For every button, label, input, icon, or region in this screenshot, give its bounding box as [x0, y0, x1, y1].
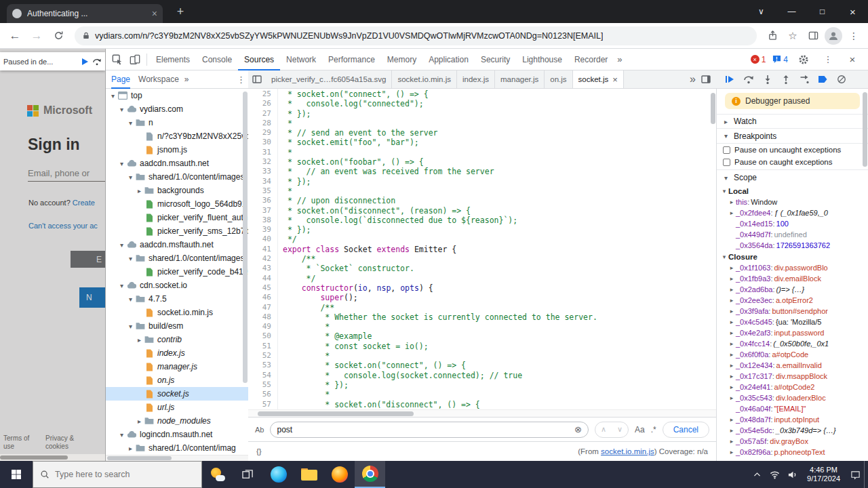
devtools-tab-elements[interactable]: Elements [150, 49, 196, 70]
step-out-button[interactable] [781, 75, 791, 84]
scope-variable[interactable]: ▸_0x4c5d45: {ua: 'Mozilla/5 [717, 317, 868, 327]
taskbar-search-input[interactable] [55, 470, 177, 479]
pause-on-exceptions-button[interactable] [837, 75, 846, 84]
tree-item[interactable]: ▾aadcdn.msauth.net [106, 157, 248, 170]
tree-item[interactable]: ▾aadcdn.msftauth.net [106, 238, 248, 251]
browser-menu-icon[interactable]: ⋮ [845, 27, 863, 45]
scope-variable[interactable]: ▸this: Window [717, 197, 868, 207]
new-tab-button[interactable]: + [172, 3, 189, 20]
find-input[interactable] [277, 425, 570, 434]
tree-item[interactable]: ▸contrib [106, 333, 248, 346]
find-next-button[interactable]: ∨ [612, 422, 628, 437]
bookmark-star-icon[interactable]: ☆ [784, 27, 802, 45]
tab-close-icon[interactable]: × [612, 75, 618, 85]
navigator-options-icon[interactable]: ⋮ [237, 75, 245, 85]
share-icon[interactable] [764, 27, 781, 45]
scope-variable[interactable]: ▸_0x3f9afa: button#sendphor [717, 306, 868, 317]
start-button[interactable] [0, 461, 33, 488]
more-tabs-icon[interactable]: » [614, 54, 625, 64]
scope-variable[interactable]: ▸_0x6f0f0a: a#otpCode [717, 349, 868, 360]
toggle-navigator-icon[interactable] [248, 70, 266, 88]
clear-search-icon[interactable]: ⊗ [574, 424, 582, 434]
resume-script-button[interactable] [725, 75, 734, 84]
profile-avatar[interactable] [825, 27, 842, 45]
debugger-vertical-scrollbar[interactable] [863, 92, 867, 167]
format-code-button[interactable]: {} [256, 447, 262, 455]
devtools-tab-security[interactable]: Security [475, 49, 516, 70]
devtools-tab-recorder[interactable]: Recorder [568, 49, 614, 70]
minimize-button[interactable]: — [776, 0, 807, 23]
tree-expanded-icon[interactable]: ▾ [126, 296, 135, 303]
action-center-icon[interactable] [846, 461, 864, 488]
page-horizontal-scrollbar[interactable] [0, 454, 105, 461]
editor-tab[interactable]: socket.js× [573, 70, 624, 88]
tree-expanded-icon[interactable]: ▾ [126, 119, 135, 127]
tree-collapsed-icon[interactable]: ▸ [728, 438, 736, 445]
tree-collapsed-icon[interactable]: ▸ [728, 449, 736, 455]
window-close-button[interactable]: × [837, 0, 868, 23]
checkbox-icon[interactable] [723, 146, 730, 154]
scope-variable[interactable]: _0x14ed15: 100 [717, 218, 868, 229]
scope-variable[interactable]: _0x46a04f: "[EMAIL]" [717, 403, 868, 414]
scope-variable[interactable]: ▸_0x57a5f: div.grayBox [717, 436, 868, 447]
tree-collapsed-icon[interactable]: ▸ [728, 427, 736, 434]
editor-horizontal-scrollbar[interactable] [248, 409, 716, 417]
devtools-tab-sources[interactable]: Sources [238, 49, 280, 70]
device-toolbar-icon[interactable] [126, 51, 144, 68]
scope-variable[interactable]: ▸_0x82f96a: p.phoneotpText [717, 447, 868, 458]
devtools-tab-lighthouse[interactable]: Lighthouse [516, 49, 568, 70]
checkbox-icon[interactable] [723, 159, 730, 166]
tree-item[interactable]: ▾logincdn.msauth.net [106, 428, 248, 441]
scope-variable[interactable]: ▸_0x4e2af3: input.password [717, 327, 868, 338]
code-content[interactable]: * socket.on("connect", () => { * console… [278, 89, 716, 409]
step-button[interactable] [800, 75, 809, 84]
scope-variable[interactable]: ▸_0x17c317: div.msappBlock [717, 371, 868, 382]
scope-variable[interactable]: ▸_0x1fb9a3: div.emailBlock [717, 273, 868, 284]
tree-item[interactable]: picker_verify_fluent_auth [106, 211, 248, 224]
navigator-more-tabs-icon[interactable]: » [184, 75, 189, 84]
volume-icon[interactable] [783, 461, 801, 488]
devtools-tab-memory[interactable]: Memory [381, 49, 422, 70]
tree-item[interactable]: picker_verify_code_b4192 [106, 265, 248, 279]
tree-item[interactable]: ▾top [106, 89, 248, 102]
tree-item[interactable]: socket.js [106, 387, 248, 401]
step-over-button[interactable] [743, 75, 754, 84]
scope-variable[interactable]: ▸_0x48da7f: input.otpInput [717, 414, 868, 425]
settings-gear-icon[interactable] [795, 51, 812, 68]
tree-expanded-icon[interactable]: ▾ [117, 241, 126, 249]
editor-more-tabs-icon[interactable]: » [690, 73, 696, 85]
toggle-sidebar-icon[interactable] [701, 75, 711, 84]
tree-collapsed-icon[interactable]: ▸ [126, 445, 135, 452]
tree-expanded-icon[interactable]: ▾ [108, 92, 117, 100]
scope-section-local[interactable]: ▾Local [717, 185, 868, 197]
url-bar[interactable]: vydiars.com/n/?c3Y9bzM2NV8xX25vbSZyYW5kP… [75, 26, 757, 45]
issues-badge[interactable]: 4 [772, 55, 788, 64]
tree-expanded-icon[interactable]: ▾ [117, 431, 126, 439]
network-icon[interactable] [766, 461, 783, 488]
browser-tab[interactable]: Authenticating ... × [7, 4, 163, 23]
source-file-link[interactable]: socket.io.min.js [601, 447, 654, 455]
chrome-icon[interactable] [355, 461, 385, 488]
tree-item[interactable]: socket.io.min.js [106, 306, 248, 319]
tree-collapsed-icon[interactable]: ▸ [728, 199, 736, 205]
devtools-menu-icon[interactable]: ⋮ [819, 51, 837, 68]
tree-item[interactable]: ▾vydiars.com [106, 102, 248, 116]
tree-item[interactable]: url.js [106, 401, 248, 414]
scrollbar-thumb[interactable] [0, 455, 68, 460]
scope-variable[interactable]: ▸_0x12e434: a.emailInvalid [717, 360, 868, 371]
editor-tab[interactable]: picker_verify_c…fc6054a15a.svg [266, 70, 392, 88]
tree-collapsed-icon[interactable]: ▸ [135, 336, 144, 344]
tree-collapsed-icon[interactable]: ▸ [728, 209, 736, 216]
tree-collapsed-icon[interactable]: ▸ [728, 297, 736, 304]
devtools-tab-network[interactable]: Network [280, 49, 322, 70]
tree-item[interactable]: ▾shared/1.0/content/images [106, 170, 248, 184]
step-over-icon[interactable] [92, 58, 102, 66]
tree-collapsed-icon[interactable]: ▸ [728, 319, 736, 325]
scope-variable[interactable]: ▸_0x4fcc14: (_0x50b0fe,_0x1 [717, 338, 868, 349]
scope-variable[interactable]: ▸_0x24ef41: a#otpCode2 [717, 382, 868, 392]
editor-tab[interactable]: index.js [457, 70, 495, 88]
scope-variable[interactable]: ▸_0x2ad6ba: ()=> {…} [717, 284, 868, 295]
scope-section-closure[interactable]: ▾Closure [717, 251, 868, 262]
tree-expanded-icon[interactable]: ▾ [126, 255, 135, 262]
navigator-vertical-scrollbar[interactable] [243, 92, 248, 383]
